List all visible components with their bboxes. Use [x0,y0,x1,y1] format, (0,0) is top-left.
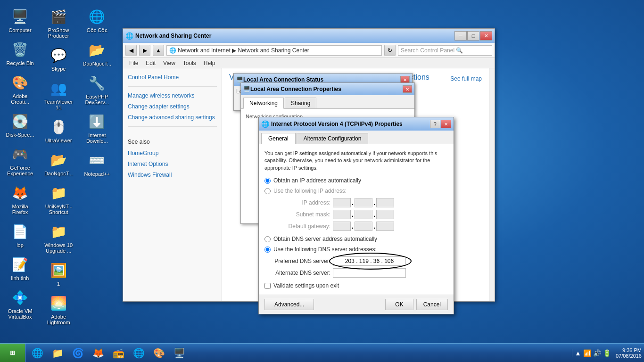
ipv4-tab-alternate[interactable]: Alternate Configuration [297,133,369,144]
desktop-icon-nitro[interactable]: 📄 iop [2,220,38,250]
see-full-map-link[interactable]: See full map [450,75,482,82]
ip-octet-2[interactable] [355,198,372,207]
sidebar-change-advanced[interactable]: Change advanced sharing settings [128,113,217,122]
desktop-icon-skype[interactable]: 💬 Skype [41,43,76,74]
desktop-icon-diskspeed[interactable]: 💽 Disk-Spee... [2,109,38,140]
desktop-icon-recycle[interactable]: 🗑️ Recycle Bin [2,38,38,68]
menu-edit[interactable]: Edit [142,59,159,67]
gateway-octet-3[interactable] [376,222,394,231]
teamviewer-icon: 👥 [49,79,68,98]
cancel-button[interactable]: Cancel [416,299,448,310]
desktop-icon-iop[interactable]: 📁 UniKeyNT - Shortcut [41,181,76,217]
forward-button[interactable]: ▶ [139,45,150,56]
subnet-octet-1[interactable] [333,210,351,219]
alternate-dns-input[interactable] [333,268,406,278]
taskbar-clock[interactable]: 9:36 PM 07/08/2016 [613,347,644,359]
desktop-icon-lightroom[interactable]: 🌅 Adobe Lightroom [41,291,76,328]
desktop-icon-easyphp[interactable]: 🔧 EasyPHP DevServ... [79,71,115,107]
up-button[interactable]: ▲ [153,45,164,56]
lacp-title-icon: 🖥️ [243,86,250,92]
sidebar-manage-wireless[interactable]: Manage wireless networks [128,91,217,100]
nsc-titlebar[interactable]: 🌐 Network and Sharing Center ─ □ ✕ [123,29,495,43]
tray-battery-icon[interactable]: 🔋 [603,349,611,357]
desktop-icon-proshow[interactable]: 🎬 ProShow Producer [41,5,76,41]
start-button[interactable]: ⊞ [0,344,25,362]
taskbar-screen-icon[interactable]: 🖥️ [170,345,189,362]
nsc-close-button[interactable]: ✕ [480,31,492,41]
gateway-octet-1[interactable] [333,222,351,231]
clock-date: 07/08/2016 [616,353,642,359]
sidebar-homegroup[interactable]: HomeGroup [128,149,217,157]
taskbar-ie-icon[interactable]: 🌐 [28,345,47,362]
ipv4-titlebar[interactable]: 🌐 Internet Protocol Version 4 (TCP/IPv4)… [259,117,454,131]
subnet-octet-2[interactable] [355,210,372,219]
sidebar-change-adapter[interactable]: Change adapter settings [128,102,217,111]
subnet-inputs: . . [333,210,394,219]
desktop-icon-ps[interactable]: 🖼️ 1 [41,258,76,289]
oracle-label: Oracle VM VirtualBox [5,308,35,320]
menu-tools[interactable]: Tools [179,59,200,67]
taskbar-paint-icon[interactable]: 🎨 [149,345,168,362]
auto-ip-radio[interactable] [264,178,271,184]
desktop-icon-coccoc[interactable]: 🌐 Cốc Cốc [79,5,115,36]
desktop-icon-daongoc1[interactable]: 📂 DaoNgocT... [79,38,115,69]
desktop-icon-internetdl[interactable]: ⬇️ Internet Downlo... [79,110,115,146]
lacp-titlebar[interactable]: 🖥️ Local Area Connection Properties ✕ [241,83,414,95]
sidebar-windows-firewall[interactable]: Windows Firewall [128,171,217,179]
ip-octet-3[interactable] [376,198,394,207]
ipv4-tab-general[interactable]: General [261,133,296,144]
desktop-icon-geforce[interactable]: 🎮 GeForce Experience [2,142,38,179]
desktop-icon-linh[interactable]: 📁 Windows 10 Upgrade ... [41,220,76,256]
back-button[interactable]: ◀ [125,45,137,56]
manual-dns-radio[interactable] [264,247,271,253]
desktop-icon-notepad[interactable]: 📝 linh tinh [2,253,38,283]
nsc-minimize-button[interactable]: ─ [454,31,467,41]
sidebar-internet-options[interactable]: Internet Options [128,160,217,168]
address-path[interactable]: 🌐 Network and Internet ▶ Network and Sha… [166,45,382,56]
desktop-icon-computer[interactable]: 🖥️ Computer [2,5,38,35]
lacp-close-button[interactable]: ✕ [403,85,412,93]
taskbar-folder-icon[interactable]: 📁 [48,345,67,362]
nsc-title-icon: 🌐 [125,32,133,40]
menu-view[interactable]: View [159,59,179,67]
preferred-dns-input[interactable] [333,256,406,266]
desktop-icon-daongoc2[interactable]: 📂 DaoNgocT... [41,148,76,179]
taskbar-browser-icon[interactable]: 🌐 [129,345,148,362]
menu-help[interactable]: Help [200,59,219,67]
search-box[interactable]: Search Control Panel 🔍 [398,45,492,56]
manual-ip-radio[interactable] [264,188,271,194]
ip-octet-1[interactable] [333,198,351,207]
nsc-scrollbar[interactable] [489,68,495,301]
daongoc1-icon: 📂 [88,41,107,59]
validate-checkbox[interactable] [264,283,271,289]
tray-volume-icon[interactable]: 🔊 [593,349,601,357]
desktop-icon-unikey[interactable]: ⌨️ Notepad++ [79,148,115,179]
auto-dns-label: Obtain DNS server address automatically [273,236,377,242]
desktop-icon-adobe[interactable]: 🎨 Adobe Creati... [2,71,38,107]
tray-expand-icon[interactable]: ▲ [575,349,581,357]
lacp-tab-networking[interactable]: Networking [243,98,284,109]
desktop-icon-mozilla[interactable]: 🦊 Mozilla Firefox [2,181,38,217]
ipv4-close-button[interactable]: ✕ [441,120,451,128]
gateway-dot-1: . [352,222,354,230]
auto-dns-radio[interactable] [264,236,271,242]
sidebar-control-panel-home[interactable]: Control Panel Home [128,73,217,82]
desktop-icon-ultraviewer[interactable]: 🖱️ UltraViewer [41,115,76,146]
desktop-icon-oracle[interactable]: 💠 Oracle VM VirtualBox [2,286,38,322]
menu-file[interactable]: File [125,59,142,67]
ok-button[interactable]: OK [385,299,413,310]
taskbar-music-icon[interactable]: 📻 [109,345,128,362]
lacp-tab-sharing[interactable]: Sharing [285,98,316,108]
refresh-button[interactable]: ↻ [384,45,396,56]
nitro-icon: 📄 [11,222,30,241]
taskbar-media-icon[interactable]: 🌀 [68,345,87,362]
tray-network-icon[interactable]: 📶 [583,349,591,357]
desktop-icon-teamviewer[interactable]: 👥 TeamViewer 11 [41,76,76,113]
taskbar-firefox-icon[interactable]: 🦊 [89,345,107,362]
gateway-octet-2[interactable] [355,222,372,231]
nsc-maximize-button[interactable]: □ [467,31,479,41]
advanced-button[interactable]: Advanced... [264,299,314,310]
subnet-octet-3[interactable] [376,210,394,219]
sidebar-separator-2 [128,126,217,127]
ipv4-help-button[interactable]: ? [430,120,440,128]
